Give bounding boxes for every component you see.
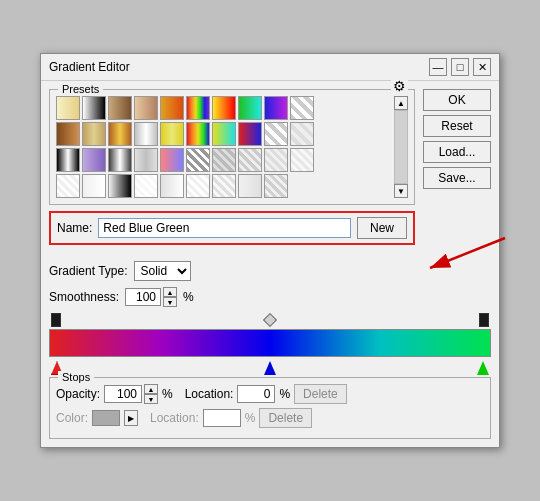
preset-swatch-5[interactable] — [186, 96, 210, 120]
ok-button[interactable]: OK — [423, 89, 491, 111]
preset-swatch-13[interactable] — [134, 122, 158, 146]
gear-icon[interactable]: ⚙ — [391, 78, 408, 94]
preset-swatch-26[interactable] — [212, 148, 236, 172]
opacity-input[interactable] — [104, 385, 142, 403]
preset-swatch-20[interactable] — [56, 148, 80, 172]
top-stop-markers — [49, 313, 491, 329]
gradient-bar-wrapper — [49, 329, 491, 357]
preset-swatch-19[interactable] — [290, 122, 314, 146]
location-label-1: Location: — [185, 387, 234, 401]
preset-swatch-34[interactable] — [160, 174, 184, 198]
preset-swatch-30[interactable] — [56, 174, 80, 198]
opacity-unit: % — [162, 387, 173, 401]
close-button[interactable]: ✕ — [473, 58, 491, 76]
preset-swatch-22[interactable] — [108, 148, 132, 172]
preset-swatch-7[interactable] — [238, 96, 262, 120]
preset-swatch-2[interactable] — [108, 96, 132, 120]
restore-button[interactable]: □ — [451, 58, 469, 76]
preset-swatch-17[interactable] — [238, 122, 262, 146]
opacity-down[interactable]: ▼ — [144, 394, 158, 404]
smoothness-arrows: ▲ ▼ — [163, 287, 177, 307]
preset-swatch-28[interactable] — [264, 148, 288, 172]
preset-swatch-4[interactable] — [160, 96, 184, 120]
preset-swatch-18[interactable] — [264, 122, 288, 146]
color-stop-row: Color: ▶ Location: % Delete — [56, 408, 484, 428]
preset-swatch-21[interactable] — [82, 148, 106, 172]
smoothness-down[interactable]: ▼ — [163, 297, 177, 307]
preset-swatch-0[interactable] — [56, 96, 80, 120]
preset-swatch-9[interactable] — [290, 96, 314, 120]
preset-swatch-25[interactable] — [186, 148, 210, 172]
preset-swatch-1[interactable] — [82, 96, 106, 120]
preset-swatch-33[interactable] — [134, 174, 158, 198]
preset-swatch-14[interactable] — [160, 122, 184, 146]
scroll-track — [394, 110, 408, 184]
preset-swatch-10[interactable] — [56, 122, 80, 146]
reset-button[interactable]: Reset — [423, 115, 491, 137]
preset-swatch-29[interactable] — [290, 148, 314, 172]
color-label: Color: — [56, 411, 88, 425]
presets-group: Presets ⚙ ▲ ▼ — [49, 89, 415, 205]
dialog-title: Gradient Editor — [49, 60, 130, 74]
stops-group: Stops Opacity: ▲ ▼ % Location: % — [49, 377, 491, 439]
gradient-editor-dialog: Gradient Editor — □ ✕ Presets ⚙ — [40, 53, 500, 448]
title-bar: Gradient Editor — □ ✕ — [41, 54, 499, 81]
location-label-2: Location: — [150, 411, 199, 425]
left-panel: Presets ⚙ ▲ ▼ Name: — [49, 89, 415, 253]
smoothness-input[interactable] — [125, 288, 161, 306]
preset-swatch-12[interactable] — [108, 122, 132, 146]
color-swatch[interactable] — [92, 410, 120, 426]
delete-button-2[interactable]: Delete — [259, 408, 312, 428]
preset-swatch-6[interactable] — [212, 96, 236, 120]
preset-swatch-35[interactable] — [186, 174, 210, 198]
delete-button-1[interactable]: Delete — [294, 384, 347, 404]
scroll-down-arrow[interactable]: ▼ — [394, 184, 408, 198]
color-stop-green[interactable] — [477, 361, 489, 375]
smoothness-label: Smoothness: — [49, 290, 119, 304]
color-picker-arrow[interactable]: ▶ — [124, 410, 138, 426]
preset-swatch-16[interactable] — [212, 122, 236, 146]
preset-swatch-11[interactable] — [82, 122, 106, 146]
midpoint-handle[interactable] — [263, 313, 277, 327]
location-unit-2: % — [245, 411, 256, 425]
name-row: Name: New — [49, 211, 415, 245]
presets-label: Presets — [58, 83, 103, 95]
presets-scrollbar[interactable]: ▲ ▼ — [394, 96, 408, 198]
opacity-arrows: ▲ ▼ — [144, 384, 158, 404]
opacity-stop-right[interactable] — [479, 313, 489, 327]
preset-swatch-8[interactable] — [264, 96, 288, 120]
scroll-up-arrow[interactable]: ▲ — [394, 96, 408, 110]
gradient-type-label: Gradient Type: — [49, 264, 128, 278]
name-input[interactable] — [98, 218, 351, 238]
opacity-stop-row: Opacity: ▲ ▼ % Location: % Delete — [56, 384, 484, 404]
gradient-type-select[interactable]: Solid Noise — [134, 261, 191, 281]
preset-swatch-24[interactable] — [160, 148, 184, 172]
preset-swatch-23[interactable] — [134, 148, 158, 172]
preset-swatch-31[interactable] — [82, 174, 106, 198]
preset-swatch-3[interactable] — [134, 96, 158, 120]
preset-swatch-36[interactable] — [212, 174, 236, 198]
gradient-type-row: Gradient Type: Solid Noise — [49, 261, 491, 281]
gradient-bar[interactable] — [49, 329, 491, 357]
opacity-up[interactable]: ▲ — [144, 384, 158, 394]
preset-swatch-38[interactable] — [264, 174, 288, 198]
save-button[interactable]: Save... — [423, 167, 491, 189]
dialog-body: Presets ⚙ ▲ ▼ Name: — [41, 81, 499, 261]
load-button[interactable]: Load... — [423, 141, 491, 163]
smoothness-unit: % — [183, 290, 194, 304]
location-input-1[interactable] — [237, 385, 275, 403]
location-unit-1: % — [279, 387, 290, 401]
preset-swatch-15[interactable] — [186, 122, 210, 146]
gradient-area — [49, 313, 491, 375]
location-input-2[interactable] — [203, 409, 241, 427]
color-stop-blue[interactable] — [264, 361, 276, 375]
name-label: Name: — [57, 221, 92, 235]
minimize-button[interactable]: — — [429, 58, 447, 76]
smoothness-up[interactable]: ▲ — [163, 287, 177, 297]
new-button[interactable]: New — [357, 217, 407, 239]
preset-swatch-27[interactable] — [238, 148, 262, 172]
preset-swatch-32[interactable] — [108, 174, 132, 198]
opacity-stop-left[interactable] — [51, 313, 61, 327]
smoothness-row: Smoothness: ▲ ▼ % — [49, 287, 491, 307]
preset-swatch-37[interactable] — [238, 174, 262, 198]
